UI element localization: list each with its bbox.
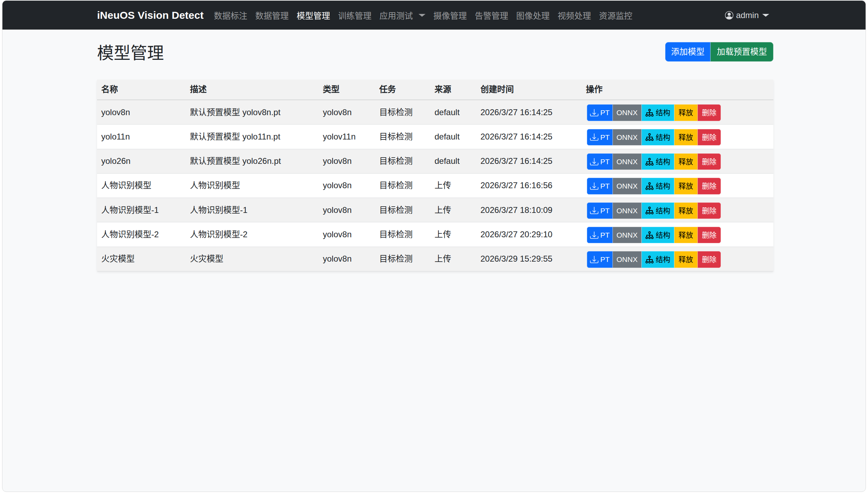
release-button[interactable]: 释放 — [674, 153, 698, 170]
button-label: 释放 — [678, 180, 693, 192]
cell-type: yolov8n — [319, 198, 375, 222]
button-label: 结构 — [656, 107, 670, 119]
nav-item-8[interactable]: 图像处理 — [512, 5, 554, 25]
cell-source: 上传 — [430, 222, 476, 247]
view-structure-button[interactable]: 结构 — [642, 178, 674, 194]
nav-item-1[interactable]: 数据标注 — [210, 5, 251, 25]
button-label: PT — [600, 205, 610, 217]
button-label: 结构 — [656, 180, 670, 192]
cell-source: default — [430, 149, 476, 173]
load-preset-model-button[interactable]: 加载预置模型 — [710, 42, 773, 62]
cell-type: yolov8n — [319, 173, 375, 198]
release-button[interactable]: 释放 — [674, 227, 698, 244]
export-onnx-button[interactable]: ONNX — [613, 251, 642, 268]
nav-item-10[interactable]: 资源监控 — [595, 5, 636, 25]
models-table-card: 名称描述类型任务来源创建时间操作 yolov8n 默认预置模型 yolov8n.… — [97, 80, 773, 271]
release-button[interactable]: 释放 — [674, 251, 698, 268]
button-label: 释放 — [678, 156, 693, 168]
view-structure-button[interactable]: 结构 — [642, 202, 674, 219]
download-icon — [590, 133, 598, 141]
column-header: 创建时间 — [476, 80, 582, 100]
user-menu[interactable]: admin — [721, 6, 773, 24]
download-pt-button[interactable]: PT — [587, 104, 613, 121]
cell-created: 2026/3/27 16:16:56 — [476, 173, 582, 198]
download-pt-button[interactable]: PT — [587, 153, 613, 170]
cell-source: 上传 — [430, 247, 476, 271]
button-label: 释放 — [678, 132, 693, 143]
diagram-icon — [645, 231, 654, 239]
table-row: 人物识别模型 人物识别模型 yolov8n 目标检测 上传 2026/3/27 … — [97, 173, 773, 198]
download-pt-button[interactable]: PT — [587, 129, 613, 146]
nav-item-2[interactable]: 数据管理 — [251, 5, 293, 25]
cell-description: 人物识别模型-2 — [186, 222, 319, 247]
cell-description: 人物识别模型 — [186, 173, 319, 198]
button-label: 结构 — [656, 156, 670, 168]
nav-item-3[interactable]: 模型管理 — [293, 5, 334, 25]
export-onnx-button[interactable]: ONNX — [613, 178, 642, 194]
cell-source: default — [430, 100, 476, 125]
release-button[interactable]: 释放 — [674, 104, 698, 121]
cell-description: 默认预置模型 yolo11n.pt — [186, 125, 319, 149]
button-label: 释放 — [678, 229, 693, 241]
cell-name: 火灾模型 — [97, 247, 186, 271]
nav-item-7[interactable]: 告警管理 — [471, 5, 512, 25]
export-onnx-button[interactable]: ONNX — [613, 129, 642, 146]
nav-item-label: 告警管理 — [475, 9, 508, 21]
add-model-button[interactable]: 添加模型 — [665, 42, 710, 62]
view-structure-button[interactable]: 结构 — [642, 104, 674, 121]
export-onnx-button[interactable]: ONNX — [613, 104, 642, 121]
row-actions: PT ONNX 结构 释放 删除 — [587, 153, 721, 170]
cell-name: 人物识别模型-1 — [97, 198, 186, 222]
column-header: 操作 — [582, 80, 773, 100]
download-pt-button[interactable]: PT — [587, 251, 613, 268]
cell-name: yolo11n — [97, 125, 186, 149]
delete-button[interactable]: 删除 — [698, 202, 721, 219]
view-structure-button[interactable]: 结构 — [642, 153, 674, 170]
button-label: 删除 — [702, 156, 717, 168]
brand[interactable]: iNeuOS Vision Detect — [97, 9, 204, 21]
cell-type: yolov8n — [319, 149, 375, 173]
cell-created: 2026/3/27 16:14:25 — [476, 125, 582, 149]
button-label: 释放 — [678, 254, 693, 265]
nav-item-4[interactable]: 训练管理 — [334, 5, 375, 25]
table-header-row: 名称描述类型任务来源创建时间操作 — [97, 80, 773, 100]
export-onnx-button[interactable]: ONNX — [613, 202, 642, 219]
view-structure-button[interactable]: 结构 — [642, 129, 674, 146]
button-label: PT — [600, 254, 610, 265]
view-structure-button[interactable]: 结构 — [642, 227, 674, 244]
nav-item-label: 数据管理 — [255, 9, 289, 21]
delete-button[interactable]: 删除 — [698, 129, 721, 146]
release-button[interactable]: 释放 — [674, 129, 698, 146]
row-actions: PT ONNX 结构 释放 删除 — [587, 104, 721, 121]
delete-button[interactable]: 删除 — [698, 178, 721, 194]
cell-created: 2026/3/27 20:29:10 — [476, 222, 582, 247]
nav-item-5[interactable]: 应用测试 — [375, 5, 429, 25]
download-pt-button[interactable]: PT — [587, 202, 613, 219]
release-button[interactable]: 释放 — [674, 202, 698, 219]
button-label: PT — [600, 229, 610, 241]
button-label: ONNX — [616, 107, 638, 119]
cell-actions: PT ONNX 结构 释放 删除 — [582, 173, 773, 198]
view-structure-button[interactable]: 结构 — [642, 251, 674, 268]
download-pt-button[interactable]: PT — [587, 178, 613, 194]
delete-button[interactable]: 删除 — [698, 104, 721, 121]
release-button[interactable]: 释放 — [674, 178, 698, 194]
main-nav: 数据标注数据管理模型管理训练管理应用测试摄像管理告警管理图像处理视频处理资源监控 — [210, 5, 636, 25]
cell-description: 默认预置模型 yolo26n.pt — [186, 149, 319, 173]
button-label: 释放 — [678, 205, 693, 217]
nav-item-9[interactable]: 视频处理 — [554, 5, 595, 25]
download-icon — [590, 231, 598, 239]
cell-actions: PT ONNX 结构 释放 删除 — [582, 198, 773, 222]
row-actions: PT ONNX 结构 释放 删除 — [587, 178, 721, 194]
export-onnx-button[interactable]: ONNX — [613, 153, 642, 170]
cell-task: 目标检测 — [375, 100, 430, 125]
button-label: 结构 — [656, 132, 670, 143]
nav-item-label: 图像处理 — [516, 9, 550, 21]
button-label: ONNX — [616, 156, 638, 168]
nav-item-6[interactable]: 摄像管理 — [429, 5, 471, 25]
export-onnx-button[interactable]: ONNX — [613, 227, 642, 244]
delete-button[interactable]: 删除 — [698, 153, 721, 170]
download-pt-button[interactable]: PT — [587, 227, 613, 244]
delete-button[interactable]: 删除 — [698, 251, 721, 268]
delete-button[interactable]: 删除 — [698, 227, 721, 244]
